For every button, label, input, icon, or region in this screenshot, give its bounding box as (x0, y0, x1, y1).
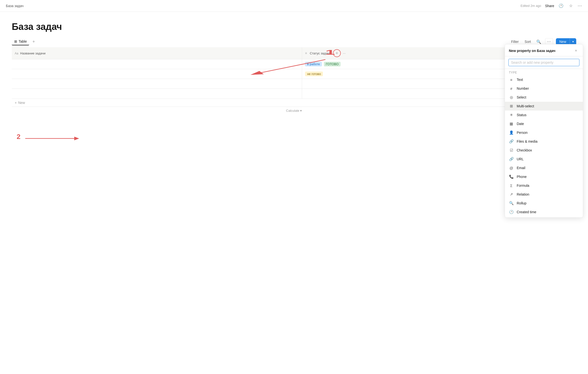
formula-type-label: Formula (517, 184, 529, 187)
page-title: База задач (12, 22, 576, 32)
panel-header: New property on База задач × (505, 44, 583, 56)
table-tab-label: Table (19, 39, 27, 43)
table-row (12, 79, 576, 89)
table-wrapper: 1 Aa Название задачи ≡ Ст (12, 47, 576, 114)
type-url-item[interactable]: 🔗 URL (505, 155, 583, 163)
relation-type-icon: ↗ (509, 192, 514, 197)
rollup-type-label: Rollup (517, 201, 527, 205)
date-type-label: Date (517, 122, 524, 126)
type-number-item[interactable]: # Number (505, 84, 583, 93)
created-time-type-icon: 🕐 (509, 210, 514, 214)
status-type-icon: ✳ (509, 112, 514, 117)
multi-select-type-label: Multi-select (517, 104, 534, 108)
new-row-label: New (18, 101, 25, 105)
favorite-icon[interactable]: ☆ (568, 3, 574, 9)
add-row-button[interactable]: + New (12, 99, 576, 107)
type-status-item[interactable]: ✳ Status (505, 111, 583, 119)
svg-text:2: 2 (17, 133, 21, 140)
type-text-item[interactable]: ≡ Text (505, 75, 583, 84)
created-time-type-label: Created time (517, 210, 536, 214)
multi-select-type-icon: ⊞ (509, 104, 514, 109)
type-created-time-item[interactable]: 🕐 Created time (505, 208, 583, 216)
filter-button[interactable]: Filter (510, 39, 520, 45)
sort-button[interactable]: Sort (523, 39, 532, 45)
cell-status-0[interactable]: в работе ГОТОВО (302, 59, 528, 69)
column-options-icon[interactable]: ··· (343, 51, 346, 55)
property-search-input[interactable] (508, 59, 579, 66)
phone-type-icon: 📞 (509, 174, 514, 179)
text-type-label: Text (517, 78, 523, 82)
new-property-panel: New property on База задач × Type ≡ Text… (505, 44, 583, 218)
cell-name-0[interactable] (12, 59, 302, 69)
tag-not-done: не готово (305, 72, 323, 76)
phone-type-label: Phone (517, 175, 527, 179)
number-type-label: Number (517, 87, 529, 90)
main-area: База задач ⊞ Table + Filter Sort 🔍 ··· N… (0, 12, 588, 374)
type-relation-item[interactable]: ↗ Relation (505, 190, 583, 199)
topbar: База задач Edited 2m ago Share 🕐 ☆ ··· (0, 0, 588, 12)
toolbar-left: ⊞ Table + (12, 38, 37, 45)
type-phone-item[interactable]: 📞 Phone (505, 172, 583, 181)
select-type-label: Select (517, 95, 526, 99)
type-select-item[interactable]: ◎ Select (505, 93, 583, 102)
tag-done: ГОТОВО (324, 62, 341, 66)
property-type-list: ≡ Text # Number ◎ Select ⊞ Multi-select … (505, 75, 583, 217)
add-column-button[interactable]: + (333, 49, 341, 57)
multiselect-type-icon: ≡ (305, 51, 307, 55)
cell-status-1[interactable]: не готово (302, 69, 528, 79)
table-tab[interactable]: ⊞ Table (12, 38, 29, 45)
tag-in-work: в работе (305, 62, 322, 66)
number-type-icon: # (509, 86, 514, 91)
type-formula-item[interactable]: Σ Formula (505, 181, 583, 190)
table-icon: ⊞ (14, 39, 17, 43)
share-button[interactable]: Share (545, 4, 554, 8)
cell-status-2[interactable] (302, 79, 528, 89)
formula-type-icon: Σ (509, 183, 514, 188)
type-date-item[interactable]: ▦ Date (505, 119, 583, 128)
type-rollup-item[interactable]: 🔍 Rollup (505, 199, 583, 208)
annotation-2-area: 2 (12, 129, 576, 150)
more-options-icon[interactable]: ··· (578, 3, 582, 8)
column-status-label: Статус задачи (310, 51, 331, 55)
cell-status-3[interactable] (302, 89, 528, 99)
annotation-2-svg: 2 (12, 129, 85, 149)
email-type-label: Email (517, 166, 525, 170)
text-type-icon: Aa (15, 52, 18, 55)
type-person-item[interactable]: 👤 Person (505, 128, 583, 137)
add-view-button[interactable]: + (30, 38, 37, 45)
type-files-item[interactable]: 🔗 Files & media (505, 137, 583, 146)
relation-type-label: Relation (517, 192, 529, 196)
database-table: Aa Название задачи ≡ Статус задачи + ··· (12, 47, 576, 99)
type-section-label: Type (505, 69, 583, 75)
email-type-icon: @ (509, 165, 514, 170)
close-panel-button[interactable]: × (573, 48, 579, 54)
cell-name-3[interactable] (12, 89, 302, 99)
calculate-button[interactable]: Calculate ▾ (12, 107, 576, 114)
type-checkbox-item[interactable]: ☑ Checkbox (505, 146, 583, 155)
type-multi-select-item[interactable]: ⊞ Multi-select (505, 102, 583, 111)
checkbox-type-label: Checkbox (517, 148, 532, 152)
rollup-type-icon: 🔍 (509, 201, 514, 206)
topbar-actions: Edited 2m ago Share 🕐 ☆ ··· (521, 3, 582, 9)
plus-icon: + (15, 101, 17, 105)
cell-name-2[interactable] (12, 79, 302, 89)
status-type-label: Status (517, 113, 527, 117)
checkbox-type-icon: ☑ (509, 148, 514, 153)
property-search-area (505, 56, 583, 69)
url-type-label: URL (517, 157, 524, 161)
page-breadcrumb: База задач (6, 4, 24, 8)
edit-timestamp: Edited 2m ago (521, 4, 541, 8)
cell-name-1[interactable] (12, 69, 302, 79)
select-type-icon: ◎ (509, 95, 514, 100)
table-row (12, 89, 576, 99)
files-type-icon: 🔗 (509, 139, 514, 144)
calculate-label: Calculate ▾ (286, 109, 302, 112)
table-row: не готово (12, 69, 576, 79)
column-name-label: Название задачи (20, 51, 45, 55)
column-header-name[interactable]: Aa Название задачи (12, 47, 302, 59)
page-content: База задач ⊞ Table + Filter Sort 🔍 ··· N… (0, 12, 588, 374)
type-email-item[interactable]: @ Email (505, 163, 583, 172)
history-icon[interactable]: 🕐 (558, 3, 564, 9)
type-created-by-item[interactable]: 👤 Created by (505, 216, 583, 217)
column-header-status[interactable]: ≡ Статус задачи + ··· (302, 47, 528, 59)
